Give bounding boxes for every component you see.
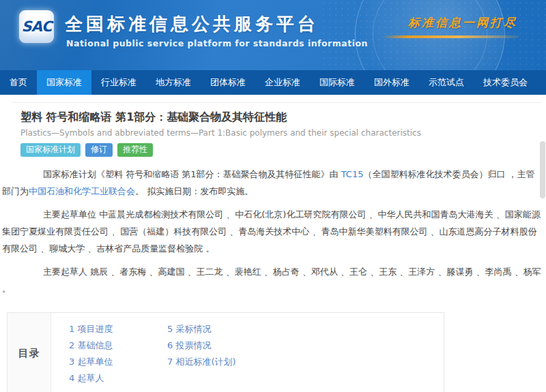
title-block: 塑料 符号和缩略语 第1部分：基础聚合物及其特征性能 Plastics—Symb… (0, 103, 546, 157)
site-slogan: 标准信息一网打尽 (408, 15, 517, 31)
toc-link-project-progress[interactable]: 1 项目进度 (69, 321, 167, 337)
toc-link-drafters[interactable]: 4 起草人 (69, 370, 167, 387)
toc-column-1: 1 项目进度 2 基础信息 3 起草单位 4 起草人 (69, 321, 167, 387)
tag-row: 国家标准计划 修订 推荐性 (20, 143, 546, 157)
ministry-link[interactable]: 中国石油和化学工业联合会 (29, 186, 135, 196)
toc-link-drafting-units[interactable]: 3 起草单位 (69, 354, 167, 370)
toc-link-adoption-status[interactable]: 5 采标情况 (167, 321, 236, 337)
paragraph-drafters: 主要起草人 姚辰 、者东梅 、高建国 、王二龙 、裴艳红 、杨占奇 、邓代从 、… (2, 263, 543, 297)
vertical-scrollbar-thumb[interactable] (540, 141, 545, 198)
paragraph-plan-info: 国家标准计划《塑料 符号和缩略语 第1部分：基础聚合物及其特征性能》由 TC15… (2, 166, 543, 200)
page-title-en: Plastics—Symbols and abbreviated terms—P… (20, 128, 546, 138)
nav-item-industry-standards[interactable]: 行业标准 (91, 70, 146, 95)
nav-item-pilot-demo[interactable]: 示范试点 (419, 70, 474, 95)
slogan-underline (382, 35, 519, 38)
tag-national-standard-plan: 国家标准计划 (20, 143, 81, 157)
toc-box: 目录 1 项目进度 2 基础信息 3 起草单位 4 起草人 5 采标情况 6 投… (7, 312, 444, 392)
page-title: 塑料 符号和缩略语 第1部分：基础聚合物及其特征性能 (20, 110, 546, 125)
intro-paragraphs: 国家标准计划《塑料 符号和缩略语 第1部分：基础聚合物及其特征性能》由 TC15… (0, 157, 546, 297)
nav-item-technical-committee[interactable]: 技术委员会 (474, 70, 537, 95)
toc-link-voting-status[interactable]: 6 投票情况 (167, 337, 236, 354)
nav-item-international-standards[interactable]: 国际标准 (310, 70, 364, 95)
nav-item-local-standards[interactable]: 地方标准 (146, 70, 201, 95)
toc-link-similar-standards[interactable]: 7 相近标准(计划) (167, 354, 236, 370)
toc-column-2: 5 采标情况 6 投票情况 7 相近标准(计划) (167, 321, 236, 387)
toc-content: 1 项目进度 2 基础信息 3 起草单位 4 起草人 5 采标情况 6 投票情况… (51, 313, 444, 392)
tc15-link[interactable]: TC15 (341, 169, 364, 179)
site-subtitle-en: National public service platform for sta… (66, 38, 368, 48)
main-nav: 首页 国家标准 行业标准 地方标准 团体标准 企业标准 国际标准 国外标准 示范… (0, 70, 546, 95)
nav-item-home[interactable]: 首页 (0, 70, 37, 95)
toc-label: 目录 (8, 313, 51, 392)
nav-item-national-standards[interactable]: 国家标准 (37, 70, 91, 95)
toc-link-basic-info[interactable]: 2 基础信息 (69, 337, 167, 354)
nav-item-group-standards[interactable]: 团体标准 (201, 70, 255, 95)
tag-revision: 修订 (85, 143, 113, 157)
tag-recommended: 推荐性 (117, 143, 153, 157)
sac-logo[interactable]: SAC (19, 10, 54, 43)
paragraph-drafting-units: 主要起草单位 中蓝晨光成都检测技术有限公司 、中石化(北京)化工研究院有限公司 … (2, 206, 543, 257)
sac-logo-text: SAC (22, 18, 52, 35)
plan-info-after: 。 拟实施日期：发布即实施。 (135, 186, 253, 196)
site-title: 全国标准信息公共服务平台 (65, 12, 319, 36)
nav-item-enterprise-standards[interactable]: 企业标准 (255, 70, 310, 95)
nav-item-foreign-standards[interactable]: 国外标准 (364, 70, 419, 95)
site-header: SAC 全国标准信息公共服务平台 National public service… (0, 0, 546, 70)
plan-info-text: 国家标准计划《塑料 符号和缩略语 第1部分：基础聚合物及其特征性能》由 (43, 169, 341, 179)
